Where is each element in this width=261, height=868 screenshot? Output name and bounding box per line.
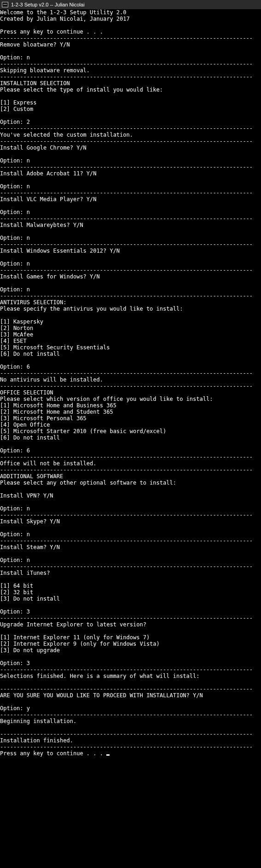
separator-line: ----------------------------------------… [0, 383, 253, 389]
terminal-line: Remove bloatware? Y/N [0, 41, 70, 48]
terminal-line: [3] McAfee [0, 331, 33, 338]
separator-line: ----------------------------------------… [0, 744, 253, 750]
terminal-line: Install VLC Media Player? Y/N [0, 196, 97, 203]
terminal-line: Option: 3 [0, 608, 30, 615]
terminal-line: Install Windows Essentials 2012? Y/N [0, 248, 120, 254]
terminal-line: Install Adobe Acrobat 11? Y/N [0, 170, 97, 177]
terminal-line: OFFICE SELECTION [0, 389, 53, 396]
separator-line: ----------------------------------------… [0, 666, 253, 673]
separator-line: ----------------------------------------… [0, 125, 253, 132]
terminal-line: Option: n [0, 157, 30, 164]
terminal-line: Upgrade Internet Explorer to latest vers… [0, 621, 146, 628]
terminal-line: ARE YOU SURE YOU WOULD LIKE TO PROCEED W… [0, 692, 203, 699]
separator-line: ----------------------------------------… [0, 293, 253, 299]
terminal-line: [2] Custom [0, 106, 33, 112]
separator-line: ----------------------------------------… [0, 454, 253, 460]
terminal-line: [3] Do not upgrade [0, 647, 60, 654]
terminal-line: Skipping bloatware removal. [0, 67, 90, 74]
separator-line: ----------------------------------------… [0, 35, 253, 41]
terminal-line: Option: n [0, 557, 30, 563]
terminal-line: Option: 6 [0, 364, 30, 370]
separator-line: ----------------------------------------… [0, 686, 253, 692]
terminal-line: Option: n [0, 54, 30, 61]
separator-line: ----------------------------------------… [0, 538, 253, 544]
terminal-line: Welcome to the 1-2-3 Setup Utility 2.0 [0, 9, 127, 16]
terminal-line: Option: 3 [0, 660, 30, 666]
separator-line: ----------------------------------------… [0, 731, 253, 737]
terminal-line: Installation finished. [0, 737, 73, 744]
terminal-line: Option: n [0, 235, 30, 241]
terminal-line: [3] Microsoft Personal 365 [0, 415, 87, 422]
separator-line: ----------------------------------------… [0, 563, 253, 570]
terminal-line: Beginning installation. [0, 718, 76, 724]
separator-line: ----------------------------------------… [0, 467, 253, 473]
terminal-line: Press any key to continue . . . [0, 750, 106, 757]
terminal-line: Please select the type of install you wo… [0, 87, 163, 93]
terminal-line: [2] Microsoft Home and Student 365 [0, 409, 113, 415]
terminal-line: Office will not be installed. [0, 460, 97, 467]
terminal-line: [6] Do not install [0, 434, 60, 441]
terminal-line: [5] Microsoft Starter 2010 (free basic w… [0, 428, 166, 434]
terminal-line: Option: 6 [0, 447, 30, 454]
terminal-line: [1] 64 bit [0, 583, 33, 589]
terminal-line: [4] ESET [0, 338, 27, 344]
cursor [106, 754, 110, 756]
separator-line: ----------------------------------------… [0, 267, 253, 273]
terminal-line: [2] 32 bit [0, 589, 33, 596]
terminal-line: [6] Do not install [0, 351, 60, 357]
terminal-line: [1] Internet Explorer 11 (only for Windo… [0, 634, 150, 641]
terminal-line: Install Steam? Y/N [0, 544, 60, 550]
separator-line: ----------------------------------------… [0, 74, 253, 80]
terminal-line: Option: n [0, 183, 30, 190]
terminal-line: Please select which version of office yo… [0, 396, 213, 402]
terminal-line: You've selected the custom installation. [0, 132, 133, 138]
terminal-line: Created by Julian Nicolai, January 2017 [0, 16, 130, 22]
terminal-line: Please select any other optional softwar… [0, 480, 176, 486]
terminal-line: Option: n [0, 531, 30, 538]
separator-line: ----------------------------------------… [0, 241, 253, 248]
terminal-line: Press any key to continue . . . [0, 29, 103, 35]
separator-line: ----------------------------------------… [0, 61, 253, 67]
terminal-line: INSTALLTION SELECTION [0, 80, 70, 87]
terminal-line: ADDITIONAL SOFTWARE [0, 473, 63, 480]
terminal-line: [5] Microsoft Security Essentials [0, 344, 110, 351]
window-titlebar[interactable]: 1-2-3 Setup v2.0 -- Julian Nicolai [0, 0, 261, 9]
separator-line: ----------------------------------------… [0, 138, 253, 145]
terminal-line: Install Malwareybtes? Y/N [0, 222, 83, 228]
terminal-line: [1] Express [0, 99, 36, 106]
separator-line: ----------------------------------------… [0, 512, 253, 518]
terminal-line: [2] Norton [0, 325, 33, 331]
terminal-line: Option: y [0, 705, 30, 712]
terminal-line: [1] Kaspersky [0, 318, 43, 325]
terminal-line: Install Skype? Y/N [0, 518, 60, 525]
terminal-line: Option: n [0, 505, 30, 512]
terminal-line: [3] Do not install [0, 596, 60, 602]
terminal-line: Install iTunes? [0, 570, 50, 576]
separator-line: ----------------------------------------… [0, 215, 253, 222]
separator-line: ----------------------------------------… [0, 370, 253, 376]
separator-line: ----------------------------------------… [0, 190, 253, 196]
separator-line: ----------------------------------------… [0, 712, 253, 718]
terminal-line: Option: 2 [0, 119, 30, 125]
terminal-line: Option: n [0, 260, 30, 267]
terminal-line: Selections finished. Here is a summary o… [0, 673, 199, 679]
terminal-line: Please specify the antivirus you would l… [0, 306, 183, 312]
terminal-line: [4] Open Office [0, 422, 50, 428]
cmd-icon [2, 2, 8, 7]
terminal-line: [2] Internet Explorer 9 (only for Window… [0, 641, 160, 647]
terminal-line: ANTIVIRUS SELECTION: [0, 299, 67, 306]
terminal-line: Option: n [0, 286, 30, 293]
terminal-line: Option: n [0, 209, 30, 215]
terminal-line: [1] Microsoft Home and Business 365 [0, 402, 116, 409]
separator-line: ----------------------------------------… [0, 164, 253, 170]
terminal-line: Install Games for Windows? Y/N [0, 273, 100, 280]
terminal-line: Install Google Chrome? Y/N [0, 145, 87, 151]
terminal-output[interactable]: Welcome to the 1-2-3 Setup Utility 2.0 C… [0, 9, 261, 757]
terminal-line: No antivirus will be installed. [0, 376, 103, 383]
terminal-line: Install VPN? Y/N [0, 492, 53, 499]
window-title: 1-2-3 Setup v2.0 -- Julian Nicolai [11, 2, 85, 7]
separator-line: ----------------------------------------… [0, 615, 253, 621]
